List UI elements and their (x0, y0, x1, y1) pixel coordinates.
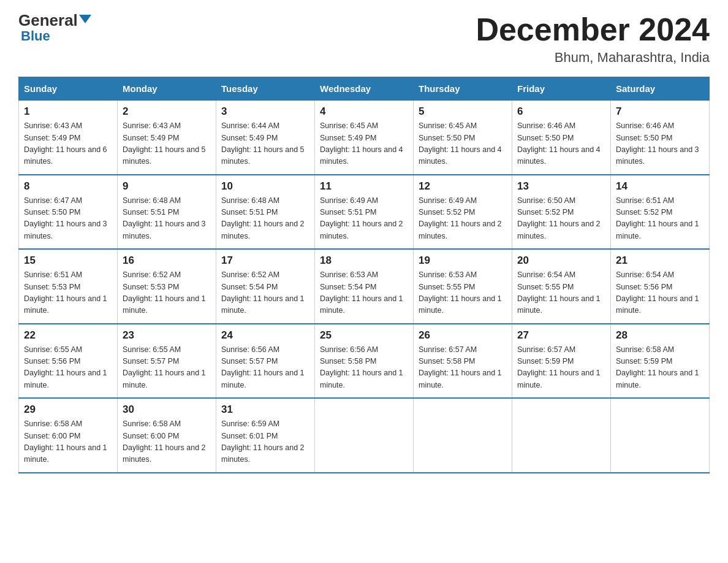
calendar-cell: 14Sunrise: 6:51 AMSunset: 5:52 PMDayligh… (611, 175, 710, 250)
day-number: 11 (320, 180, 408, 193)
calendar-cell: 5Sunrise: 6:45 AMSunset: 5:50 PMDaylight… (414, 101, 512, 175)
calendar-cell: 13Sunrise: 6:50 AMSunset: 5:52 PMDayligh… (512, 175, 611, 250)
day-number: 12 (419, 180, 507, 193)
day-number: 16 (123, 255, 211, 267)
calendar-cell: 17Sunrise: 6:52 AMSunset: 5:54 PMDayligh… (216, 249, 315, 324)
calendar-cell: 23Sunrise: 6:55 AMSunset: 5:57 PMDayligh… (118, 324, 216, 399)
logo-general: General (18, 11, 91, 29)
day-number: 29 (24, 404, 112, 416)
day-info: Sunrise: 6:50 AMSunset: 5:52 PMDaylight:… (517, 196, 601, 240)
day-number: 6 (517, 105, 605, 118)
day-info: Sunrise: 6:48 AMSunset: 5:51 PMDaylight:… (221, 196, 305, 240)
day-number: 24 (221, 329, 309, 342)
location-title: Bhum, Maharashtra, India (476, 50, 710, 66)
calendar-cell: 4Sunrise: 6:45 AMSunset: 5:49 PMDaylight… (315, 101, 414, 175)
day-info: Sunrise: 6:58 AMSunset: 6:00 PMDaylight:… (24, 419, 107, 464)
week-row-1: 1Sunrise: 6:43 AMSunset: 5:49 PMDaylight… (19, 101, 710, 175)
calendar-cell: 16Sunrise: 6:52 AMSunset: 5:53 PMDayligh… (118, 249, 216, 324)
weekday-header-row: SundayMondayTuesdayWednesdayThursdayFrid… (19, 77, 710, 101)
day-number: 30 (123, 404, 211, 416)
calendar-cell: 9Sunrise: 6:48 AMSunset: 5:51 PMDaylight… (118, 175, 216, 250)
calendar-cell: 15Sunrise: 6:51 AMSunset: 5:53 PMDayligh… (19, 249, 118, 324)
calendar-cell: 1Sunrise: 6:43 AMSunset: 5:49 PMDaylight… (19, 101, 118, 175)
calendar-cell: 31Sunrise: 6:59 AMSunset: 6:01 PMDayligh… (216, 398, 315, 473)
calendar-cell (512, 398, 611, 473)
calendar-cell: 22Sunrise: 6:55 AMSunset: 5:56 PMDayligh… (19, 324, 118, 399)
day-info: Sunrise: 6:43 AMSunset: 5:49 PMDaylight:… (24, 121, 107, 166)
calendar-cell: 7Sunrise: 6:46 AMSunset: 5:50 PMDaylight… (611, 101, 710, 175)
day-info: Sunrise: 6:58 AMSunset: 6:00 PMDaylight:… (123, 419, 206, 464)
day-info: Sunrise: 6:51 AMSunset: 5:53 PMDaylight:… (24, 270, 107, 315)
logo-blue-text: Blue (21, 28, 50, 44)
calendar-cell: 27Sunrise: 6:57 AMSunset: 5:59 PMDayligh… (512, 324, 611, 399)
day-info: Sunrise: 6:57 AMSunset: 5:58 PMDaylight:… (419, 345, 502, 389)
calendar-cell: 30Sunrise: 6:58 AMSunset: 6:00 PMDayligh… (118, 398, 216, 473)
day-number: 14 (616, 180, 704, 193)
day-info: Sunrise: 6:48 AMSunset: 5:51 PMDaylight:… (123, 196, 206, 240)
calendar-cell: 2Sunrise: 6:43 AMSunset: 5:49 PMDaylight… (118, 101, 216, 175)
day-number: 8 (24, 180, 112, 193)
weekday-header-tuesday: Tuesday (216, 77, 315, 101)
logo-triangle-icon (79, 15, 91, 23)
day-number: 27 (517, 329, 605, 342)
day-info: Sunrise: 6:53 AMSunset: 5:55 PMDaylight:… (419, 270, 502, 315)
day-info: Sunrise: 6:54 AMSunset: 5:55 PMDaylight:… (517, 270, 601, 315)
calendar-cell: 10Sunrise: 6:48 AMSunset: 5:51 PMDayligh… (216, 175, 315, 250)
day-number: 20 (517, 255, 605, 267)
calendar-table: SundayMondayTuesdayWednesdayThursdayFrid… (18, 77, 710, 473)
calendar-cell (611, 398, 710, 473)
weekday-header-monday: Monday (118, 77, 216, 101)
weekday-header-friday: Friday (512, 77, 611, 101)
day-info: Sunrise: 6:52 AMSunset: 5:54 PMDaylight:… (221, 270, 305, 315)
calendar-cell: 3Sunrise: 6:44 AMSunset: 5:49 PMDaylight… (216, 101, 315, 175)
day-info: Sunrise: 6:56 AMSunset: 5:57 PMDaylight:… (221, 345, 305, 389)
title-area: December 2024 Bhum, Maharashtra, India (476, 12, 710, 66)
day-info: Sunrise: 6:46 AMSunset: 5:50 PMDaylight:… (517, 121, 601, 166)
calendar-cell: 28Sunrise: 6:58 AMSunset: 5:59 PMDayligh… (611, 324, 710, 399)
day-info: Sunrise: 6:59 AMSunset: 6:01 PMDaylight:… (221, 419, 305, 464)
weekday-header-wednesday: Wednesday (315, 77, 414, 101)
header: General Blue December 2024 Bhum, Maharas… (18, 12, 710, 66)
day-number: 25 (320, 329, 408, 342)
calendar-cell: 25Sunrise: 6:56 AMSunset: 5:58 PMDayligh… (315, 324, 414, 399)
calendar-cell: 29Sunrise: 6:58 AMSunset: 6:00 PMDayligh… (19, 398, 118, 473)
day-info: Sunrise: 6:49 AMSunset: 5:52 PMDaylight:… (419, 196, 502, 240)
day-number: 31 (221, 404, 309, 416)
day-number: 28 (616, 329, 704, 342)
weekday-header-sunday: Sunday (19, 77, 118, 101)
day-number: 7 (616, 105, 704, 118)
day-info: Sunrise: 6:51 AMSunset: 5:52 PMDaylight:… (616, 196, 699, 240)
day-info: Sunrise: 6:56 AMSunset: 5:58 PMDaylight:… (320, 345, 403, 389)
calendar-cell: 24Sunrise: 6:56 AMSunset: 5:57 PMDayligh… (216, 324, 315, 399)
calendar-cell: 20Sunrise: 6:54 AMSunset: 5:55 PMDayligh… (512, 249, 611, 324)
day-number: 9 (123, 180, 211, 193)
calendar-cell: 19Sunrise: 6:53 AMSunset: 5:55 PMDayligh… (414, 249, 512, 324)
day-number: 4 (320, 105, 408, 118)
day-number: 26 (419, 329, 507, 342)
day-info: Sunrise: 6:55 AMSunset: 5:57 PMDaylight:… (123, 345, 206, 389)
calendar-cell: 18Sunrise: 6:53 AMSunset: 5:54 PMDayligh… (315, 249, 414, 324)
day-info: Sunrise: 6:45 AMSunset: 5:49 PMDaylight:… (320, 121, 403, 166)
day-number: 13 (517, 180, 605, 193)
day-number: 15 (24, 255, 112, 267)
weekday-header-thursday: Thursday (414, 77, 512, 101)
week-row-2: 8Sunrise: 6:47 AMSunset: 5:50 PMDaylight… (19, 175, 710, 250)
calendar-cell: 12Sunrise: 6:49 AMSunset: 5:52 PMDayligh… (414, 175, 512, 250)
week-row-4: 22Sunrise: 6:55 AMSunset: 5:56 PMDayligh… (19, 324, 710, 399)
logo: General Blue (18, 12, 91, 44)
day-number: 2 (123, 105, 211, 118)
day-info: Sunrise: 6:47 AMSunset: 5:50 PMDaylight:… (24, 196, 107, 240)
day-number: 22 (24, 329, 112, 342)
day-info: Sunrise: 6:53 AMSunset: 5:54 PMDaylight:… (320, 270, 403, 315)
day-info: Sunrise: 6:46 AMSunset: 5:50 PMDaylight:… (616, 121, 699, 166)
day-number: 17 (221, 255, 309, 267)
week-row-3: 15Sunrise: 6:51 AMSunset: 5:53 PMDayligh… (19, 249, 710, 324)
weekday-header-saturday: Saturday (611, 77, 710, 101)
day-number: 21 (616, 255, 704, 267)
day-info: Sunrise: 6:55 AMSunset: 5:56 PMDaylight:… (24, 345, 107, 389)
calendar-cell (315, 398, 414, 473)
day-info: Sunrise: 6:57 AMSunset: 5:59 PMDaylight:… (517, 345, 601, 389)
day-info: Sunrise: 6:45 AMSunset: 5:50 PMDaylight:… (419, 121, 502, 166)
calendar-cell: 8Sunrise: 6:47 AMSunset: 5:50 PMDaylight… (19, 175, 118, 250)
day-info: Sunrise: 6:58 AMSunset: 5:59 PMDaylight:… (616, 345, 699, 389)
